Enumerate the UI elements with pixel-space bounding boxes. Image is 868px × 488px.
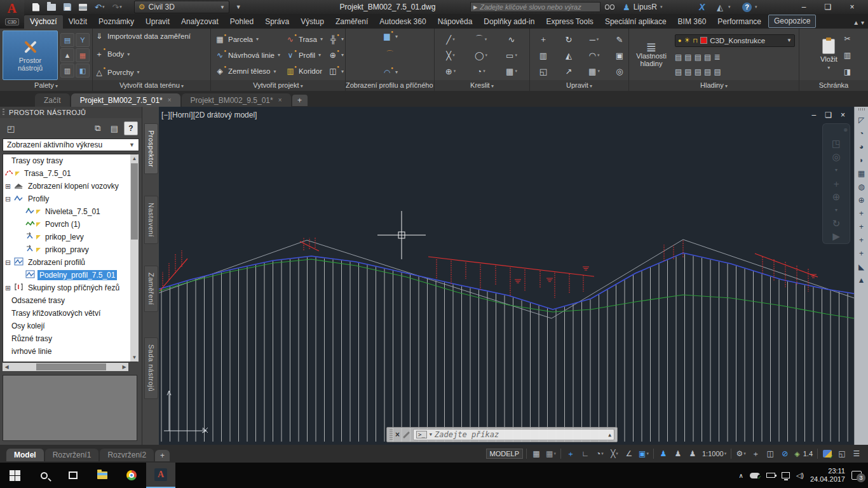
- tree-item-label[interactable]: Zobrazení profilů: [26, 257, 87, 268]
- taskbar-clock[interactable]: 23:11 24.04.2017: [810, 467, 845, 484]
- ribbon-tab-13[interactable]: Express Tools: [540, 15, 599, 29]
- new-tab-button[interactable]: +: [292, 95, 308, 106]
- right-toolbar-icon-5[interactable]: ▦: [858, 170, 865, 177]
- rectangle-tool-icon[interactable]: ▭▾: [498, 48, 525, 63]
- doc-tab-1[interactable]: Začít: [35, 93, 70, 107]
- expand-icon[interactable]: ⊞: [4, 285, 11, 292]
- line-tool-icon[interactable]: ╱▾: [437, 32, 464, 47]
- ellipse-tool-icon[interactable]: ◔▾: [468, 64, 494, 79]
- showmotion-icon[interactable]: ▶: [832, 232, 840, 241]
- start-button[interactable]: [0, 463, 29, 488]
- new-layout-button[interactable]: +: [155, 450, 170, 461]
- toolspace-titlebar[interactable]: PROSTOR NÁSTROJŮ: [0, 107, 142, 118]
- annotation-autoscale-icon[interactable]: ♟: [672, 447, 684, 460]
- tree-item-label[interactable]: prikop_levy: [43, 232, 86, 242]
- volume-icon[interactable]: ◁): [796, 471, 804, 480]
- right-toolbar-icon-4[interactable]: ◗: [859, 156, 864, 164]
- sync-settings-icon[interactable]: [821, 447, 834, 460]
- tree-horizontal-scrollbar[interactable]: ◀ ▶: [3, 363, 128, 371]
- annotation-scale-icon[interactable]: ♟: [686, 447, 699, 460]
- alignment-button[interactable]: ∿●Trasa: [285, 35, 323, 44]
- layer-states-icon[interactable]: ≣: [714, 53, 720, 62]
- tree-item-label[interactable]: Osy kolejí: [10, 321, 47, 331]
- restore-button[interactable]: ❏: [816, 0, 840, 14]
- drawing-canvas[interactable]: [−][Horní][2D drátový model] – ❏ × ⊗ ◳ ◎…: [159, 107, 854, 445]
- ribbon-tab-12[interactable]: Doplňky add-in: [478, 15, 540, 29]
- side-tab-2[interactable]: Nastavení: [144, 196, 158, 244]
- autocad-taskbar-button[interactable]: A: [146, 463, 175, 488]
- hidden-icons-chevron[interactable]: ∧: [738, 472, 743, 479]
- ribbon-tab-2[interactable]: Vložit: [63, 15, 93, 29]
- layer-thaw-icon[interactable]: ☀: [684, 36, 690, 44]
- scrollbar-thumb[interactable]: [131, 163, 138, 240]
- tree-item-label[interactable]: Zobrazení klopení vozovky: [26, 181, 121, 191]
- command-grip[interactable]: [390, 430, 393, 440]
- zoom-icon[interactable]: ⊕: [832, 193, 841, 201]
- ribbon-tab-3[interactable]: Poznámky: [93, 15, 140, 29]
- ribbon-collapse-button[interactable]: ▲ ▾: [853, 19, 864, 29]
- featureline-button[interactable]: ∿●Návrhová linie: [215, 51, 280, 60]
- battery-icon[interactable]: [766, 473, 775, 478]
- tree-item[interactable]: Trasy křižovatkových větví: [3, 307, 137, 320]
- autodesk-exchange-icon[interactable]: X: [699, 2, 705, 12]
- panel-caption-palety[interactable]: Palety: [0, 80, 92, 91]
- command-history-icon[interactable]: ▲: [608, 432, 611, 438]
- layer-on-icon[interactable]: ●: [678, 37, 681, 44]
- rotate-tool-icon[interactable]: ↻: [558, 32, 580, 47]
- right-toolbar-icon-6[interactable]: ◍: [858, 183, 864, 191]
- viewport-controls-label[interactable]: [−][Horní][2D drátový model]: [161, 111, 257, 119]
- corridor-button[interactable]: ▥●Koridor: [285, 67, 323, 76]
- layer-properties-button[interactable]: ≣ Vlastnosti hladiny: [632, 30, 671, 80]
- tree-item[interactable]: ⊞Skupiny stop příčných řezů: [3, 281, 137, 294]
- layer-unlock-icon[interactable]: ⊓: [693, 37, 698, 44]
- doc-tab-2[interactable]: Projekt_BM002_7.5_01*×: [71, 93, 180, 107]
- layer-color-swatch[interactable]: [700, 37, 707, 44]
- layer-off-icon[interactable]: ▤: [695, 53, 702, 62]
- tree-item[interactable]: Osy kolejí: [3, 320, 137, 332]
- tree-item-label[interactable]: Odsazené trasy: [10, 295, 67, 306]
- layer-freeze-icon[interactable]: ▤: [684, 53, 691, 62]
- right-toolbar-icon-3[interactable]: ◕: [859, 143, 864, 151]
- active-drawing-view-icon[interactable]: ◰: [4, 121, 18, 135]
- tree-item-label[interactable]: Podelny_profil_7.5_01: [37, 270, 117, 280]
- close-tab-icon[interactable]: ×: [278, 97, 282, 104]
- hardware-acceleration-icon[interactable]: ⊘: [778, 447, 791, 460]
- ortho-mode-icon[interactable]: ∟: [579, 447, 592, 460]
- viewport-close-button[interactable]: ×: [841, 111, 845, 119]
- ribbon-tab-6[interactable]: Pohled: [224, 15, 259, 29]
- action-center-button[interactable]: 3: [851, 471, 862, 480]
- profile-view-button[interactable]: ▆●: [382, 32, 398, 41]
- scale-tool-icon[interactable]: ↗: [558, 64, 580, 79]
- window-palette-icon[interactable]: ◧: [76, 64, 90, 78]
- ribbon-tab-5[interactable]: Analyzovat: [175, 15, 224, 29]
- scroll-right-icon[interactable]: ▶: [120, 363, 128, 371]
- qat-expand-button[interactable]: ▼: [236, 4, 241, 10]
- toolspace-help-button[interactable]: ?: [124, 121, 138, 135]
- tree-item[interactable]: ivrhové linie: [3, 345, 137, 358]
- isodraft-icon[interactable]: ╳▾: [608, 447, 621, 460]
- navigation-bar[interactable]: ⊗ ◳ ◎ ▾ ＋ ⊕ ▾ ↻ ▶: [822, 123, 850, 244]
- onedrive-icon[interactable]: [750, 473, 760, 478]
- command-line[interactable]: × >_ ▼ Zadejte příkaz ▲: [386, 427, 618, 442]
- layer-isolate-icon[interactable]: ▤: [675, 53, 682, 62]
- tree-item-label[interactable]: Trasa_7.5_01: [22, 168, 73, 179]
- profile-button[interactable]: ∨●Profil: [285, 51, 323, 60]
- panel-caption-profilrez[interactable]: Zobrazení profilu a příčného řezu: [346, 80, 434, 91]
- taskbar-search-button[interactable]: [29, 463, 58, 488]
- right-toolbar-icon-2[interactable]: ◔: [859, 130, 864, 137]
- chevron-down-icon[interactable]: ▾: [835, 206, 837, 215]
- tree-item[interactable]: Niveleta_7.5_01: [3, 205, 137, 218]
- model-paper-toggle[interactable]: MODELP: [486, 449, 523, 459]
- tree-item-label[interactable]: Různé trasy: [10, 334, 54, 344]
- list-view-icon[interactable]: ▤: [107, 121, 121, 135]
- file-explorer-button[interactable]: [88, 463, 117, 488]
- help-button[interactable]: ?: [742, 3, 752, 12]
- intersection-button[interactable]: ╬●: [328, 35, 344, 44]
- layout-tab-2[interactable]: Rozvržení1: [45, 449, 99, 461]
- item-view-toggle-icon[interactable]: ⧉: [91, 121, 105, 135]
- right-toolbar-icon-7[interactable]: ⊕: [858, 196, 864, 204]
- level-of-detail-indicator[interactable]: ◈ 1.4: [793, 447, 814, 460]
- paste-special-icon[interactable]: ◨: [844, 67, 851, 76]
- tree-item-label[interactable]: Povrch (1): [43, 219, 82, 229]
- spline-tool-icon[interactable]: ∿: [498, 32, 525, 47]
